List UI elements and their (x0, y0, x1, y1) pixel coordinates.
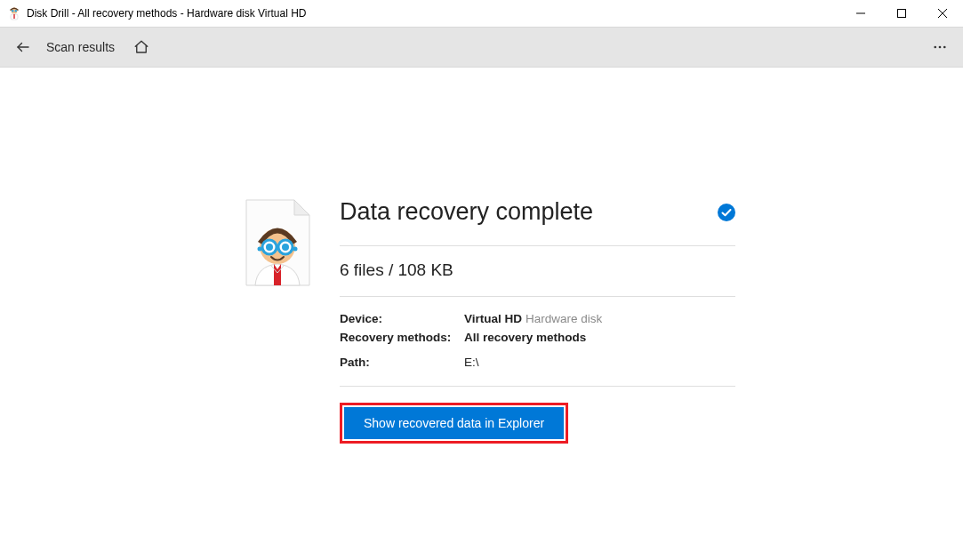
minimize-button[interactable] (840, 0, 881, 27)
svg-point-2 (15, 10, 17, 12)
window-controls (840, 0, 963, 27)
svg-point-19 (258, 247, 262, 252)
svg-point-10 (934, 46, 936, 49)
svg-point-21 (718, 204, 735, 221)
svg-point-20 (293, 247, 298, 252)
detail-label: Path: (340, 356, 464, 369)
detail-value: Virtual HDHardware disk (464, 312, 602, 325)
detail-label: Device: (340, 312, 464, 325)
detail-row-methods: Recovery methods: All recovery methods (340, 328, 735, 347)
close-button[interactable] (922, 0, 963, 27)
svg-point-11 (939, 46, 942, 49)
svg-rect-4 (13, 14, 14, 19)
highlight-box: Show recovered data in Explorer (340, 403, 568, 444)
detail-label: Recovery methods: (340, 331, 464, 344)
details-section: Device: Virtual HDHardware disk Recovery… (340, 297, 735, 387)
success-check-icon (718, 204, 735, 221)
content-area: Data recovery complete 6 files / 108 KB … (0, 68, 963, 444)
toolbar: Scan results (0, 27, 963, 68)
svg-point-12 (943, 46, 946, 49)
back-button[interactable] (12, 36, 34, 58)
titlebar: Disk Drill - All recovery methods - Hard… (0, 0, 963, 27)
svg-point-16 (266, 244, 273, 251)
maximize-button[interactable] (881, 0, 922, 27)
result-illustration (245, 198, 311, 287)
file-count-summary: 6 files / 108 KB (340, 246, 735, 297)
svg-point-1 (12, 10, 13, 12)
home-button[interactable] (131, 36, 152, 58)
page-title: Data recovery complete (340, 198, 593, 226)
detail-value: All recovery methods (464, 331, 586, 344)
svg-point-17 (282, 244, 289, 251)
window-title: Disk Drill - All recovery methods - Hard… (27, 7, 840, 20)
action-row: Show recovered data in Explorer (340, 387, 735, 444)
detail-row-device: Device: Virtual HDHardware disk (340, 309, 735, 328)
detail-row-path: Path: E:\ (340, 347, 735, 372)
more-button[interactable] (929, 36, 951, 58)
svg-rect-6 (898, 10, 906, 18)
detail-value: E:\ (464, 356, 479, 369)
breadcrumb: Scan results (46, 40, 115, 54)
result-panel: Data recovery complete 6 files / 108 KB … (340, 198, 735, 444)
show-in-explorer-button[interactable]: Show recovered data in Explorer (344, 407, 564, 439)
app-icon (7, 6, 21, 20)
